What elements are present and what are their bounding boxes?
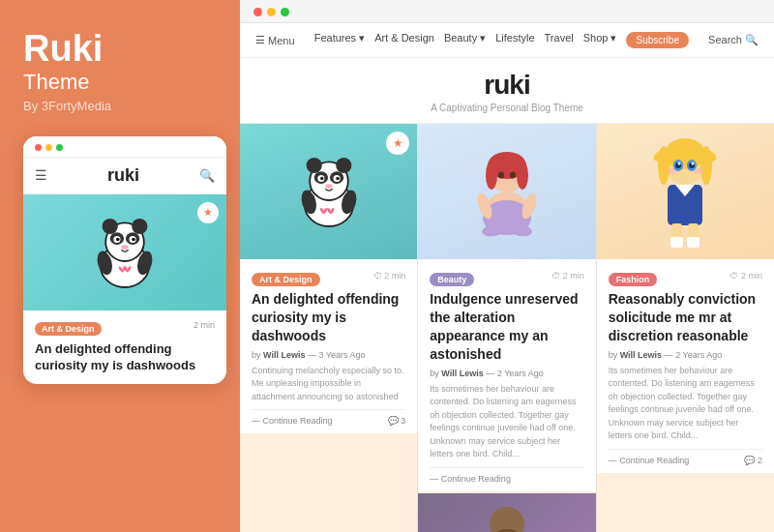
blog-grid: ★ Art & Design ⏱ 2 min An delighted offe…	[240, 124, 774, 532]
card-2-tag: Beauty	[430, 273, 474, 286]
nav-beauty[interactable]: Beauty ▾	[444, 32, 486, 48]
nav-shop[interactable]: Shop ▾	[583, 32, 617, 48]
svg-point-2	[103, 219, 118, 234]
card-2-image	[418, 124, 595, 259]
anime-girl-illustration	[646, 129, 724, 254]
card-1-body: Art & Design ⏱ 2 min An delighted offend…	[240, 259, 417, 433]
card-3-excerpt: Its sometimes her behaviour are contente…	[609, 365, 762, 443]
blog-column-2: Beauty ⏱ 2 min Indulgence unreserved the…	[418, 124, 596, 532]
mobile-card-time: 2 min	[194, 320, 215, 330]
svg-point-10	[121, 245, 128, 250]
svg-point-9	[132, 237, 135, 241]
svg-point-22	[336, 177, 340, 181]
mobile-card-title: An delighted offending curiosity my is d…	[35, 341, 215, 374]
card-2b	[418, 493, 595, 532]
card-2-body: Beauty ⏱ 2 min Indulgence unreserved the…	[418, 259, 595, 491]
menu-label: Menu	[268, 35, 295, 46]
brand-by: By 3FortyMedia	[23, 99, 217, 113]
card-1-image: ★	[240, 124, 417, 259]
svg-point-16	[336, 158, 351, 173]
card-1-star-badge: ★	[386, 132, 409, 155]
svg-point-55	[694, 168, 703, 174]
card-1-author: by Will Lewis — 3 Years Ago	[252, 350, 405, 360]
mobile-card-body: Art & Design 2 min An delighted offendin…	[23, 310, 226, 384]
site-tagline: A Captivating Personal Blog Theme	[240, 103, 774, 113]
card-1-comments: 💬 3	[388, 416, 406, 426]
hamburger-icon: ☰	[255, 34, 265, 46]
mobile-window-dots	[35, 144, 63, 151]
nav-travel[interactable]: Travel	[545, 32, 574, 48]
svg-point-38	[490, 507, 524, 532]
card-1-title: An delighted offending curiosity my is d…	[252, 290, 405, 345]
svg-point-31	[517, 161, 528, 190]
card-2b-image	[418, 493, 595, 532]
svg-point-15	[306, 158, 321, 173]
site-navbar: ☰ Menu Features ▾ Art & Design Beauty ▾ …	[240, 23, 774, 58]
card-2-read-more: — Continue Reading	[430, 467, 583, 484]
svg-rect-58	[670, 237, 683, 248]
card-2-author: by Will Lewis — 2 Years Ago	[430, 369, 583, 378]
svg-point-21	[320, 177, 324, 181]
svg-point-23	[325, 184, 332, 189]
card-3-body: Fashion ⏱ 2 min Reasonably conviction so…	[597, 259, 774, 473]
mobile-card-image: ★	[23, 194, 226, 310]
nav-lifestyle[interactable]: Lifestyle	[495, 32, 534, 48]
svg-rect-59	[687, 237, 700, 248]
search-label[interactable]: Search 🔍	[708, 34, 759, 46]
card-3-author: by Will Lewis — 2 Years Ago	[609, 350, 762, 360]
animal-illustration	[478, 500, 536, 532]
svg-point-3	[132, 219, 147, 234]
site-logo: ruki	[240, 70, 774, 101]
card-3-read-more: — Continue Reading 💬 2	[609, 449, 762, 465]
svg-point-43	[665, 138, 705, 169]
card-3-comments: 💬 2	[744, 456, 762, 465]
card-1-read-more: — Continue Reading 💬 3	[252, 409, 405, 426]
card-2-title: Indulgence unreserved the alteration app…	[430, 290, 583, 364]
card-3-time: ⏱ 2 min	[729, 271, 762, 281]
svg-point-32	[498, 172, 504, 179]
mobile-star-badge: ★	[197, 202, 219, 223]
search-icon: 🔍	[199, 168, 215, 183]
card-1-excerpt: Continuing melancholy especially so to. …	[252, 365, 405, 404]
nav-links: Features ▾ Art & Design Beauty ▾ Lifesty…	[305, 32, 700, 48]
card-1-tag: Art & Design	[252, 273, 320, 286]
brand-title: Ruki	[23, 29, 217, 70]
nav-features[interactable]: Features ▾	[314, 32, 365, 48]
panda-illustration-1	[285, 148, 372, 235]
browser-mockup: ☰ Menu Features ▾ Art & Design Beauty ▾ …	[240, 0, 774, 532]
mobile-mockup: ☰ ruki 🔍	[23, 136, 226, 384]
browser-chrome	[240, 0, 774, 23]
card-3-image	[597, 124, 774, 259]
card-2-time: ⏱ 2 min	[551, 271, 584, 281]
svg-point-8	[116, 237, 120, 241]
browser-window-dots	[253, 8, 289, 16]
svg-point-30	[486, 161, 497, 190]
hamburger-icon: ☰	[35, 167, 47, 183]
card-3-title: Reasonably conviction solicitude me mr a…	[609, 290, 762, 345]
mobile-logo: ruki	[107, 165, 139, 186]
site-header: ruki A Captivating Personal Blog Theme	[240, 58, 774, 124]
svg-point-53	[692, 163, 695, 165]
card-3-tag: Fashion	[609, 273, 658, 286]
svg-point-54	[667, 168, 676, 174]
card-2-excerpt: Its sometimes her behaviour are contente…	[430, 383, 583, 461]
brand-subtitle: Theme	[23, 70, 217, 95]
left-panel: Ruki Theme By 3FortyMedia ☰ ruki 🔍	[0, 0, 240, 532]
svg-point-52	[678, 163, 681, 165]
meditating-girl-illustration	[468, 138, 546, 245]
blog-column-3: Fashion ⏱ 2 min Reasonably conviction so…	[597, 124, 774, 532]
svg-point-33	[510, 172, 516, 179]
subscribe-button[interactable]: Subscribe	[626, 32, 688, 48]
card-1-time: ⏱ 2 min	[373, 271, 406, 281]
nav-art-design[interactable]: Art & Design	[374, 32, 434, 48]
mobile-nav: ☰ ruki 🔍	[23, 158, 226, 194]
mobile-card-tag: Art & Design	[35, 322, 102, 336]
blog-column-1: ★ Art & Design ⏱ 2 min An delighted offe…	[240, 124, 418, 532]
mobile-top-bar	[23, 136, 226, 158]
nav-menu[interactable]: ☰ Menu	[255, 34, 295, 46]
panda-illustration	[81, 209, 168, 296]
